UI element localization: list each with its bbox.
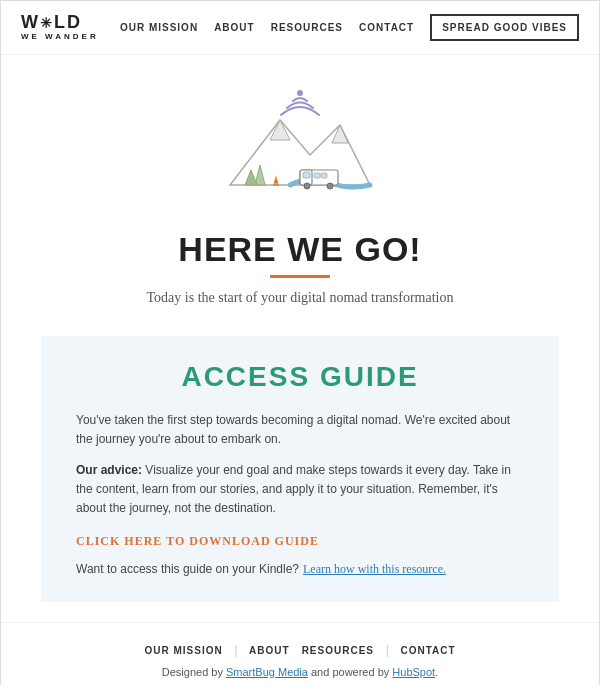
nav-resources[interactable]: RESOURCES — [271, 22, 343, 33]
main-nav: OUR MISSION ABOUT RESOURCES CONTACT SPRE… — [120, 14, 579, 41]
header: W✳LD WE WANDER OUR MISSION ABOUT RESOURC… — [1, 1, 599, 55]
footer: OUR MISSION | ABOUT RESOURCES | CONTACT … — [1, 622, 599, 685]
footer-nav-our-mission[interactable]: OUR MISSION — [144, 645, 222, 656]
footer-divider-1: | — [235, 643, 237, 658]
footer-nav-resources[interactable]: RESOURCES — [302, 645, 374, 656]
footer-powered-text: and powered by — [308, 666, 392, 678]
nav-about[interactable]: ABOUT — [214, 22, 255, 33]
access-guide-box: ACCESS GUIDE You've taken the first step… — [41, 336, 559, 602]
nav-contact[interactable]: CONTACT — [359, 22, 414, 33]
hubspot-link[interactable]: HubSpot — [392, 666, 435, 678]
footer-nav-contact[interactable]: CONTACT — [400, 645, 455, 656]
svg-point-7 — [327, 183, 333, 189]
logo-top: W✳LD — [21, 13, 99, 33]
advice-body: Visualize your end goal and make steps t… — [76, 463, 511, 515]
advice-label: Our advice: — [76, 463, 142, 477]
svg-point-6 — [304, 183, 310, 189]
page-wrapper: W✳LD WE WANDER OUR MISSION ABOUT RESOURC… — [0, 0, 600, 685]
footer-nav: OUR MISSION | ABOUT RESOURCES | CONTACT — [21, 643, 579, 658]
logo-bottom: WE WANDER — [21, 33, 99, 42]
svg-rect-5 — [321, 173, 327, 178]
kindle-text: Want to access this guide on your Kindle… — [76, 562, 299, 576]
svg-rect-4 — [314, 173, 320, 178]
hero-subtitle: Today is the start of your digital nomad… — [147, 290, 454, 306]
download-guide-link[interactable]: CLICK HERE TO DOWNLOAD GUIDE — [76, 534, 319, 549]
logo: W✳LD WE WANDER — [21, 13, 99, 42]
hero-image — [1, 55, 599, 225]
page-headline: HERE WE GO! — [178, 230, 421, 269]
access-guide-title: ACCESS GUIDE — [76, 361, 524, 393]
access-guide-body1: You've taken the first step towards beco… — [76, 411, 524, 449]
main-content: HERE WE GO! Today is the start of your d… — [1, 225, 599, 622]
smartbug-link[interactable]: SmartBug Media — [226, 666, 308, 678]
spread-good-vibes-button[interactable]: SPREAD GOOD VIBES — [430, 14, 579, 41]
footer-divider-2: | — [386, 643, 388, 658]
kindle-resource-link[interactable]: Learn how with this resource. — [303, 562, 446, 576]
headline-underline — [270, 275, 330, 278]
access-guide-body2: Our advice: Visualize your end goal and … — [76, 461, 524, 519]
svg-rect-3 — [303, 172, 310, 178]
footer-credit: Designed by SmartBug Media and powered b… — [21, 666, 579, 678]
footer-nav-about[interactable]: ABOUT — [249, 645, 290, 656]
footer-period: . — [435, 666, 438, 678]
nav-our-mission[interactable]: OUR MISSION — [120, 22, 198, 33]
footer-credit-text: Designed by — [162, 666, 226, 678]
svg-point-0 — [298, 91, 302, 95]
